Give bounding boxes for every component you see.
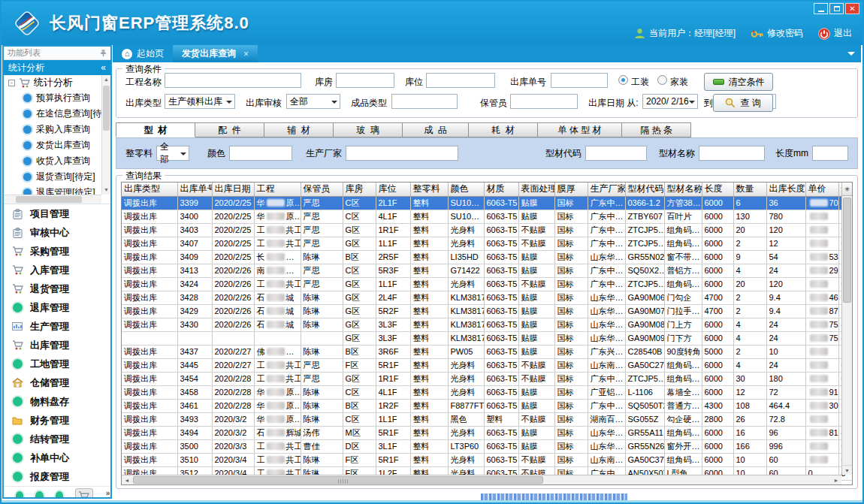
tree-horizontal-scrollbar[interactable] bbox=[4, 195, 101, 204]
collapse-icon[interactable]: « bbox=[101, 62, 106, 73]
material-tab[interactable]: 玻 璃 bbox=[334, 122, 403, 137]
table-row[interactable]: 调拨出库34932020/3/2华原…陈琳C区1L1F整料黑色塑料不贴膜国标湖南… bbox=[122, 412, 853, 426]
change-password-button[interactable]: 修改密码 bbox=[751, 27, 803, 40]
location-input[interactable] bbox=[426, 73, 495, 88]
vertical-scrollbar[interactable]: ✳ ▼ bbox=[841, 183, 852, 475]
column-header[interactable]: 表面处理 bbox=[518, 183, 554, 196]
table-row[interactable]: 调拨出库34242020/2/26工共工程严思G区1L1F整料光身料6063-T… bbox=[122, 277, 853, 291]
table-row[interactable]: 调拨出库34072020/2/25工共工程严思G区1L1F整料光身料6063-T… bbox=[122, 237, 853, 250]
column-header[interactable]: 库位 bbox=[376, 183, 410, 196]
material-tab[interactable]: 耗 材 bbox=[469, 122, 538, 137]
sidebar-section[interactable]: 报废管理 bbox=[4, 467, 110, 486]
column-header[interactable]: 出库长度 bbox=[766, 183, 805, 196]
expander-icon[interactable]: - bbox=[8, 80, 15, 86]
color-input[interactable] bbox=[229, 146, 292, 161]
search-button[interactable]: 查 询 bbox=[713, 94, 773, 112]
tab-close-icon[interactable]: × bbox=[243, 49, 249, 59]
table-row[interactable]: 调拨出库35102020/3/4工共工程陈琳F区5R1F整料光身料6063-T5… bbox=[122, 453, 853, 466]
order-no-input[interactable] bbox=[551, 73, 608, 88]
material-tab[interactable]: 配 件 bbox=[195, 122, 264, 137]
sidebar-section[interactable]: 物料盘存 bbox=[4, 392, 110, 411]
material-tab[interactable]: 成 品 bbox=[403, 122, 469, 137]
table-row[interactable]: 调拨出库34542020/2/28工共工程严思G区1R1F整料光身料6063-T… bbox=[122, 372, 853, 385]
table-row[interactable]: 调拨出库34452020/2/27工共工程严思F区5R1F整料光身料6063-T… bbox=[122, 358, 853, 372]
length-input[interactable] bbox=[812, 146, 848, 161]
tree-vertical-scrollbar[interactable]: ▲▼ bbox=[101, 75, 110, 195]
table-row[interactable]: 调拨出库34132020/2/26南…严思C区5R3F整料G714226063-… bbox=[122, 264, 853, 277]
close-button[interactable]: ✕ bbox=[845, 3, 859, 14]
horizontal-scrollbar[interactable]: ◄ ► bbox=[122, 475, 841, 484]
column-header[interactable]: 保管员 bbox=[301, 183, 343, 196]
table-row[interactable]: 调拨出库34302020/2/26石城陈琳G区3L3F整料KLM38176063… bbox=[122, 318, 853, 331]
manufacturer-input[interactable] bbox=[346, 146, 458, 161]
whole-part-select[interactable]: 全部 bbox=[156, 146, 189, 161]
column-header[interactable]: 数量 bbox=[733, 183, 766, 196]
project-name-input[interactable] bbox=[165, 73, 301, 88]
logout-button[interactable]: 退出 bbox=[818, 27, 852, 40]
clear-conditions-button[interactable]: 清空条件 bbox=[704, 73, 773, 91]
table-row[interactable]: G区3L3F整料KLM38176063-T5贴膜国标山东华…GA90M09…门下… bbox=[122, 331, 853, 345]
table-row[interactable]: 调拨出库34292020/2/26石城陈琳G区5R2F整料KLM38176063… bbox=[122, 304, 853, 318]
column-header[interactable]: 膜厚 bbox=[554, 183, 588, 196]
tree-item[interactable]: 收货入库查询 bbox=[4, 153, 110, 169]
material-tab[interactable]: 单 体 型 材 bbox=[538, 122, 622, 137]
sidebar-section[interactable]: 工地管理 bbox=[4, 355, 110, 373]
tab-shipment-query[interactable]: 发货出库查询 × bbox=[173, 45, 258, 62]
column-header[interactable]: 库房 bbox=[343, 183, 376, 196]
sidebar-section[interactable]: 生产管理 bbox=[4, 317, 110, 336]
product-type-input[interactable] bbox=[391, 94, 458, 109]
more-sections-button[interactable]: »▼ bbox=[105, 490, 110, 499]
table-row[interactable]: 调拨出库35002020/3/3工共工程曹佳D区3L1F整料LT3P606063… bbox=[122, 439, 853, 453]
tree-item[interactable]: 退货查询[待定] bbox=[4, 169, 110, 185]
material-tab[interactable]: 型 材 bbox=[116, 122, 195, 137]
keeper-input[interactable] bbox=[510, 94, 578, 109]
column-header[interactable]: 出库单号 bbox=[177, 183, 212, 196]
column-header[interactable]: 出库日期 bbox=[212, 183, 254, 196]
tab-home[interactable]: ⌂ 起始页 bbox=[113, 45, 173, 62]
sidebar-section[interactable]: 项目管理 bbox=[4, 204, 110, 223]
column-header[interactable]: 型材代码 bbox=[625, 183, 664, 196]
table-row[interactable]: 调拨出库34002020/2/25华原…严思C区4L1F整料SU10…6063-… bbox=[122, 210, 853, 223]
table-row[interactable]: 调拨出库34942020/3/2石辉城汤伟M区5R1F整料光身料6063-T5贴… bbox=[122, 426, 853, 439]
sidebar-group-header[interactable]: 统计分析 « bbox=[4, 60, 110, 75]
column-header[interactable]: 生产厂家 bbox=[588, 183, 625, 196]
material-tab[interactable]: 辅 材 bbox=[264, 122, 334, 137]
sidebar-section[interactable]: 采购管理 bbox=[4, 242, 110, 261]
tree-item[interactable]: 在途信息查询[待定] bbox=[4, 106, 110, 122]
material-tab[interactable]: 隔 热 条 bbox=[622, 122, 691, 137]
cart-shortcut-button[interactable] bbox=[75, 488, 93, 499]
table-row[interactable]: 调拨出库34282020/2/26石城陈琳G区2L4F整料KLM38176063… bbox=[122, 291, 853, 304]
maximize-button[interactable] bbox=[829, 3, 844, 14]
audit-select[interactable]: 全部 bbox=[286, 94, 340, 109]
column-header[interactable]: 颜色 bbox=[448, 183, 484, 196]
sidebar-section[interactable]: 退货管理 bbox=[4, 279, 110, 298]
column-header[interactable]: 型材名称 bbox=[664, 183, 702, 196]
column-options-button[interactable]: ✳ bbox=[842, 183, 852, 196]
table-row[interactable]: 调拨出库33992020/2/25华原…严思C区2L1F整料SU10…6063-… bbox=[122, 196, 853, 210]
sidebar-section[interactable]: 入库管理 bbox=[4, 261, 110, 279]
scrollbar-thumb[interactable] bbox=[843, 198, 851, 303]
sidebar-section[interactable]: 结转管理 bbox=[4, 430, 110, 448]
pin-icon[interactable] bbox=[100, 49, 107, 57]
date-from-picker[interactable]: 2020/ 2/16 bbox=[642, 94, 698, 109]
table-row[interactable]: 调拨出库34032020/2/25工共工程严思G区1R1F整料光身料6063-T… bbox=[122, 223, 853, 237]
table-row[interactable]: 调拨出库34092020/2/25长…陈琳B区2R5F整料LI35HD6063-… bbox=[122, 250, 853, 264]
radio-home[interactable] bbox=[657, 75, 667, 85]
column-header[interactable]: 单价 bbox=[805, 183, 838, 196]
dot-icon[interactable] bbox=[35, 491, 43, 499]
sidebar-section[interactable]: 出库管理 bbox=[4, 336, 110, 355]
table-row[interactable]: 调拨出库34372020/2/27佛…陈琳B区3R6F整料PW056063-T5… bbox=[122, 345, 853, 358]
minimize-button[interactable] bbox=[814, 3, 828, 14]
tree-root[interactable]: - 统计分析 bbox=[4, 75, 110, 90]
sidebar-section[interactable]: 补单中心 bbox=[4, 448, 110, 467]
tree-item[interactable]: 采购入库查询 bbox=[4, 122, 110, 137]
radio-industrial[interactable] bbox=[618, 75, 628, 85]
column-header[interactable]: 长度 bbox=[702, 183, 733, 196]
warehouse-input[interactable] bbox=[336, 73, 394, 88]
sidebar-section[interactable]: 财务管理 bbox=[4, 411, 110, 430]
outbound-type-select[interactable]: 生产领料出库 bbox=[165, 94, 235, 109]
sidebar-section[interactable]: 审核中心 bbox=[4, 223, 110, 242]
column-header[interactable]: 出库类型 bbox=[122, 183, 177, 196]
dot-icon[interactable] bbox=[56, 491, 63, 499]
column-header[interactable]: 工程 bbox=[254, 183, 301, 196]
